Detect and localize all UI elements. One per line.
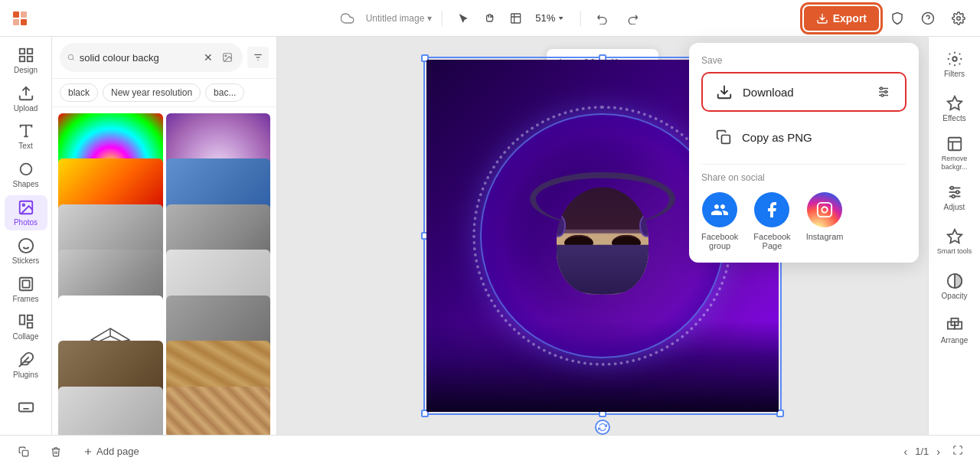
prev-page-button[interactable]: ‹ <box>903 444 910 459</box>
search-input-wrap[interactable]: ✕ <box>60 43 243 72</box>
sidebar-item-smart-tools[interactable]: Smart tools <box>933 220 976 263</box>
rs-label-arrange: Arrange <box>941 336 969 345</box>
redo-button[interactable] <box>620 6 645 31</box>
sidebar-label-upload: Upload <box>14 104 38 113</box>
char-head <box>557 188 648 295</box>
image-search-button[interactable] <box>220 47 235 68</box>
instagram-label: Instagram <box>806 232 844 241</box>
clear-search-button[interactable]: ✕ <box>201 47 215 68</box>
char-headphone-right <box>639 214 648 237</box>
svg-point-6 <box>957 16 961 20</box>
topbar-center: Untitled image ▾ <box>335 6 645 31</box>
sidebar-item-arrange[interactable]: Arrange <box>933 309 976 352</box>
rotate-handle[interactable] <box>595 420 610 435</box>
zoom-control[interactable]: 51% <box>529 9 570 27</box>
save-panel: Save Download Copy as PNG Share <box>689 43 919 263</box>
assets-grid <box>52 107 276 435</box>
svg-rect-4 <box>511 14 520 23</box>
shield-icon-button[interactable] <box>885 6 910 31</box>
sidebar-item-effects[interactable]: Effects <box>933 87 976 130</box>
svg-rect-21 <box>27 323 31 328</box>
asset-thumb-wood2[interactable] <box>166 387 271 435</box>
divider <box>701 164 906 165</box>
asset-thumb-gray6[interactable] <box>58 387 163 435</box>
bottom-bar: Add page ‹ 1/1 › <box>0 435 980 467</box>
svg-point-13 <box>20 164 31 175</box>
download-label: Download <box>743 86 794 99</box>
filter-button[interactable] <box>247 47 269 68</box>
facebook-group-icon <box>702 192 737 227</box>
instagram-icon <box>807 192 842 227</box>
hand-tool-button[interactable] <box>477 6 501 31</box>
svg-point-50 <box>952 195 955 198</box>
sidebar-item-text[interactable]: Text <box>5 119 47 155</box>
sidebar-item-photos[interactable]: Photos <box>5 195 47 230</box>
settings-button[interactable] <box>946 6 971 31</box>
copy-page-button[interactable] <box>12 443 35 460</box>
search-bar: ✕ <box>52 37 276 79</box>
toolbar-icons: 51% <box>451 6 570 31</box>
sidebar-item-collage[interactable]: Collage <box>5 309 47 345</box>
download-icon <box>714 81 735 103</box>
sidebar-label-collage: Collage <box>13 332 39 341</box>
svg-rect-10 <box>19 57 24 61</box>
rs-label-smart-tools: Smart tools <box>937 247 972 256</box>
sidebar-label-text: Text <box>18 142 32 150</box>
svg-rect-19 <box>19 315 24 325</box>
sidebar-item-opacity[interactable]: Opacity <box>933 265 976 308</box>
right-sidebar: Filters Effects Remove backgr... Adjust … <box>928 37 980 435</box>
delete-page-button[interactable] <box>44 443 67 460</box>
sidebar-item-remove-bg[interactable]: Remove backgr... <box>933 132 976 175</box>
sidebar-item-design[interactable]: Design <box>5 43 47 78</box>
svg-point-15 <box>22 204 24 206</box>
sidebar-item-upload[interactable]: Upload <box>5 81 47 116</box>
assets-panel: ✕ black New year resolution bac... <box>52 37 277 435</box>
social-facebook-page[interactable]: FacebookPage <box>753 192 790 250</box>
search-input[interactable] <box>80 52 196 64</box>
svg-rect-17 <box>19 277 32 290</box>
svg-point-49 <box>956 191 959 194</box>
svg-rect-55 <box>22 450 28 456</box>
sidebar-item-adjust[interactable]: Adjust <box>933 176 976 219</box>
svg-rect-63 <box>818 203 831 217</box>
svg-rect-8 <box>27 49 31 54</box>
sidebar-label-plugins: Plugins <box>13 371 38 379</box>
sidebar-item-shapes[interactable]: Shapes <box>5 157 47 192</box>
rs-label-opacity: Opacity <box>942 292 968 300</box>
app-logo[interactable] <box>9 8 31 29</box>
page-indicator: 1/1 <box>915 446 929 457</box>
select-tool-button[interactable] <box>451 6 475 31</box>
rs-label-remove-bg: Remove backgr... <box>933 155 976 171</box>
social-facebook-group[interactable]: Facebookgroup <box>701 192 738 250</box>
export-button[interactable]: Export <box>804 6 879 31</box>
fb-page-label: FacebookPage <box>753 232 790 250</box>
svg-point-40 <box>952 57 957 61</box>
cloud-save-icon[interactable] <box>335 6 360 31</box>
tag-newyear[interactable]: New year resolution <box>103 83 201 102</box>
sidebar-item-stickers[interactable]: Stickers <box>5 234 47 269</box>
download-button[interactable]: Download <box>701 72 906 112</box>
next-page-button[interactable]: › <box>935 444 942 459</box>
fullscreen-button[interactable] <box>948 443 968 459</box>
social-instagram[interactable]: Instagram <box>806 192 844 250</box>
sidebar-item-frames[interactable]: Frames <box>5 272 47 307</box>
keyboard-shortcut-icon[interactable] <box>5 386 47 429</box>
undo-button[interactable] <box>590 6 614 31</box>
page-nav: ‹ 1/1 › <box>903 443 968 459</box>
sidebar-item-plugins[interactable]: Plugins <box>5 348 47 383</box>
topbar: Untitled image ▾ <box>0 0 980 37</box>
add-page-button[interactable]: Add page <box>77 443 145 460</box>
sidebar-item-filters[interactable]: Filters <box>933 43 976 86</box>
svg-marker-41 <box>947 96 961 109</box>
frame-tool-button[interactable] <box>503 6 528 31</box>
copy-png-button[interactable]: Copy as PNG <box>701 118 906 156</box>
download-settings-button[interactable] <box>873 81 894 103</box>
rs-label-effects: Effects <box>942 114 965 122</box>
help-button[interactable] <box>916 6 940 31</box>
svg-rect-1 <box>21 11 27 18</box>
document-title[interactable]: Untitled image ▾ <box>366 13 433 24</box>
tag-bac[interactable]: bac... <box>205 83 244 102</box>
tag-black[interactable]: black <box>60 83 98 102</box>
sidebar-label-frames: Frames <box>13 295 39 303</box>
svg-point-59 <box>880 87 883 90</box>
